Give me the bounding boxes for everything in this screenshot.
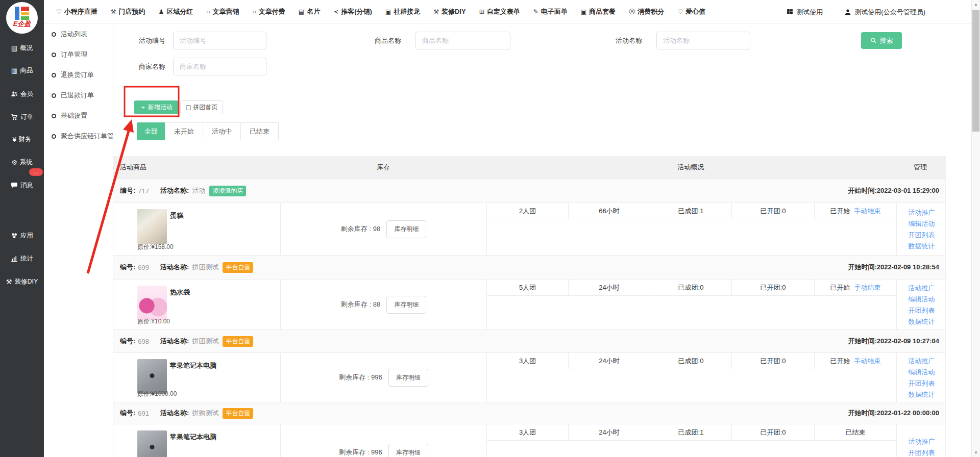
- activity-name-value: 活动: [192, 186, 205, 195]
- nav-item-love-value[interactable]: ♡爱心值: [677, 7, 705, 16]
- sidebar-item-products[interactable]: ▥ 商品: [0, 59, 44, 82]
- nav-item-business-card[interactable]: ▤名片: [299, 7, 320, 16]
- nav-label: 推客(分销): [341, 7, 372, 16]
- tab-in-progress[interactable]: 活动中: [203, 122, 241, 140]
- radio-circle-icon: [52, 73, 56, 78]
- hammer-icon: ⚒: [433, 8, 439, 15]
- platform-badge: 平台自营: [223, 336, 253, 347]
- share-icon: ≺: [333, 8, 338, 15]
- add-activity-button[interactable]: ＋ 新增活动: [134, 100, 178, 114]
- activity-no-label: 编号:: [120, 337, 135, 346]
- stock-detail-button[interactable]: 库存明细: [386, 220, 426, 238]
- data-stats-link[interactable]: 数据统计: [909, 390, 935, 399]
- stock-detail-button[interactable]: 库存明细: [386, 296, 426, 314]
- submenu-item-supply-chain-orders[interactable]: 聚合供应链订单管: [44, 126, 113, 146]
- nav-item-article-marketing[interactable]: ○文章营销: [206, 7, 239, 16]
- sidebar-item-overview[interactable]: ▤ 概况: [0, 37, 44, 59]
- status-cell: 已结束: [815, 424, 896, 440]
- brand-logo-mark: [15, 7, 30, 20]
- overview-icon: ▤: [11, 45, 17, 52]
- activity-name-label: 活动名称:: [160, 409, 189, 418]
- nav-item-live[interactable]: ♡小程序直播: [56, 7, 97, 16]
- data-stats-link[interactable]: 数据统计: [909, 241, 935, 251]
- sidebar-item-statistics[interactable]: 统计: [0, 247, 44, 270]
- scroll-up-arrow-icon[interactable]: ▲: [972, 2, 980, 7]
- group-list-link[interactable]: 开团列表: [909, 448, 935, 457]
- account-menu[interactable]: 测试使用(公众号管理员): [844, 8, 925, 17]
- brand-logo-text: E企盈: [6, 19, 38, 29]
- nav-label: 小程序直播: [64, 7, 97, 16]
- manual-end-link[interactable]: 手动结束: [854, 283, 881, 292]
- tab-not-started[interactable]: 未开始: [165, 122, 203, 140]
- activity-name-input[interactable]: [656, 32, 750, 49]
- nav-item-store-booking[interactable]: ⚒门店预约: [111, 7, 145, 16]
- submenu-item-activity-list[interactable]: 活动列表: [44, 24, 113, 44]
- nav-item-distribution[interactable]: ≺推客(分销): [333, 7, 372, 16]
- status-text: 已开始: [830, 357, 850, 366]
- nav-label: 消费积分: [638, 7, 664, 16]
- tab-all[interactable]: 全部: [137, 122, 165, 140]
- merchant-name-input[interactable]: [173, 58, 266, 75]
- nav-item-product-bundle[interactable]: ▣商品套餐: [581, 7, 616, 16]
- nav-item-community-chain[interactable]: ▣社群接龙: [385, 7, 420, 16]
- heart-icon: ♡: [677, 8, 683, 15]
- status-tabs: 全部 未开始 活动中 已结束: [137, 122, 279, 140]
- radio-circle-icon: [52, 114, 56, 118]
- product-price: 原价:¥1000.00: [137, 390, 177, 398]
- activity-name-label: 活动名称:: [160, 337, 189, 346]
- nav-item-custom-form[interactable]: ⊞自定义表单: [479, 7, 520, 16]
- manual-end-link[interactable]: 手动结束: [854, 357, 881, 366]
- stock-detail-button[interactable]: 库存明细: [388, 444, 428, 457]
- manual-end-link[interactable]: 手动结束: [854, 207, 881, 216]
- nav-item-points[interactable]: Ⓢ消费积分: [629, 7, 664, 16]
- group-list-link[interactable]: 开团列表: [909, 230, 935, 240]
- workspace-switcher[interactable]: 测试使用: [787, 8, 823, 17]
- group-list-link[interactable]: 开团列表: [909, 306, 935, 315]
- image-icon: ▣: [385, 8, 391, 15]
- submenu-item-return-orders[interactable]: 退换货订单: [44, 65, 113, 85]
- product-name-input[interactable]: [415, 32, 510, 49]
- edit-activity-link[interactable]: 编辑活动: [909, 294, 935, 304]
- tab-ended[interactable]: 已结束: [240, 122, 279, 140]
- status-text: 已结束: [846, 428, 866, 437]
- points-icon: Ⓢ: [629, 8, 635, 16]
- stock-cell: 剩余库存 : 88 库存明细: [281, 280, 487, 329]
- search-icon: [870, 37, 877, 44]
- stock-cell: 剩余库存 : 996 库存明细: [281, 353, 487, 402]
- nav-item-e-waybill[interactable]: ✎电子面单: [533, 7, 568, 16]
- submenu-item-order-management[interactable]: 订单管理: [44, 44, 113, 65]
- scrollbar-thumb[interactable]: [972, 10, 979, 132]
- sidebar-item-messages[interactable]: 消息 …: [0, 174, 44, 196]
- submenu-label: 聚合供应链订单管: [61, 132, 113, 141]
- sidebar-item-members[interactable]: 会员: [0, 83, 44, 105]
- edit-activity-link[interactable]: 编辑活动: [909, 219, 935, 229]
- groupon-home-button[interactable]: ▢ 拼团首页: [180, 100, 223, 114]
- nav-item-article-pay[interactable]: ○文章付费: [253, 7, 285, 16]
- submenu-item-refunded-orders[interactable]: 已退款订单: [44, 85, 113, 106]
- product-title: 苹果笔记本电脑: [170, 433, 216, 442]
- promote-link[interactable]: 活动推广: [909, 356, 935, 366]
- nav-item-region-dividend[interactable]: ♟区域分红: [159, 7, 193, 16]
- search-button[interactable]: 搜索: [861, 32, 902, 49]
- submenu-item-basic-settings[interactable]: 基础设置: [44, 106, 113, 126]
- sidebar-item-decorate-diy[interactable]: ⚒ 装修DIY: [0, 270, 44, 293]
- activity-no-input[interactable]: [173, 32, 266, 49]
- group-list-link[interactable]: 开团列表: [909, 378, 935, 388]
- nav-item-decorate-diy[interactable]: ⚒装修DIY: [433, 7, 465, 16]
- data-stats-link[interactable]: 数据统计: [909, 317, 935, 326]
- promote-link[interactable]: 活动推广: [909, 437, 935, 446]
- start-time-label: 开始时间:: [848, 187, 877, 194]
- start-time-label: 开始时间:: [848, 337, 877, 345]
- vertical-scrollbar[interactable]: ▲ ▼: [971, 0, 980, 457]
- sidebar-item-finance[interactable]: ¥ 财务: [0, 128, 44, 150]
- sidebar-item-apps[interactable]: 应用: [0, 224, 44, 247]
- nav-label: 文章营销: [213, 7, 239, 16]
- promote-link[interactable]: 活动推广: [909, 208, 935, 217]
- promote-link[interactable]: 活动推广: [909, 283, 935, 293]
- scroll-down-arrow-icon[interactable]: ▼: [972, 450, 980, 455]
- edit-activity-link[interactable]: 编辑活动: [909, 367, 935, 377]
- submenu-label: 已退款订单: [61, 91, 94, 100]
- sidebar-item-orders[interactable]: 订单: [0, 106, 44, 128]
- stock-detail-button[interactable]: 库存明细: [388, 369, 428, 387]
- brand-logo[interactable]: E企盈: [6, 2, 38, 34]
